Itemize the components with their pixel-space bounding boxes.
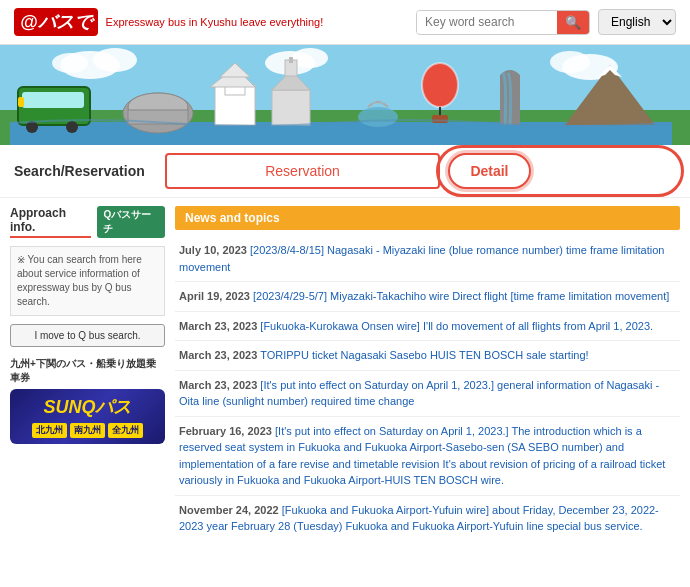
search-input[interactable] — [417, 11, 557, 33]
svg-point-13 — [66, 121, 78, 133]
sidebar-description: ※ You can search from here about service… — [10, 246, 165, 316]
tab-detail[interactable]: Detail — [448, 153, 530, 189]
sunq-banner[interactable]: SUNQパス 北九州 南九州 全九州 — [10, 389, 165, 444]
sidebar: Approach info. Qバスサーチ ※ You can search f… — [10, 206, 165, 541]
news-item[interactable]: March 23, 2023 TORIPPU ticket Nagasaki S… — [175, 341, 680, 371]
svg-rect-11 — [22, 92, 84, 108]
logo-tagline: Expressway bus in Kyushu leave everythin… — [106, 16, 324, 28]
language-select[interactable]: English 日本語 — [598, 9, 676, 35]
news-date: March 23, 2023 — [179, 379, 257, 391]
sunq-tag-zen: 全九州 — [108, 423, 143, 438]
approach-label: Approach info. — [10, 206, 91, 238]
news-text: [2023/4/29-5/7] Miyazaki-Takachiho wire … — [253, 290, 669, 302]
news-date: April 19, 2023 — [179, 290, 250, 302]
news-list: July 10, 2023 [2023/8/4-8/15] Nagasaki -… — [175, 236, 680, 541]
sunq-title: 九州+下関のバス・船乗り放題乗車券 — [10, 357, 165, 385]
svg-rect-23 — [272, 90, 310, 125]
news-text: [2023/8/4-8/15] Nagasaki - Miyazaki line… — [179, 244, 664, 273]
news-text: [Fukuoka-Kurokawa Onsen wire] I'll do mo… — [260, 320, 653, 332]
q-bus-button[interactable]: I move to Q bus search. — [10, 324, 165, 347]
sunq-section: 九州+下関のバス・船乗り放題乗車券 SUNQパス 北九州 南九州 全九州 — [10, 357, 165, 444]
svg-point-3 — [52, 53, 88, 73]
header: @バスで Expressway bus in Kyushu leave ever… — [0, 0, 690, 45]
logo-area: @バスで Expressway bus in Kyushu leave ever… — [14, 8, 323, 36]
sunq-tag-kita: 北九州 — [32, 423, 67, 438]
tab-reservation[interactable]: Reservation — [165, 153, 441, 189]
news-date: March 23, 2023 — [179, 349, 257, 361]
news-item[interactable]: March 23, 2023 [It's put into effect on … — [175, 371, 680, 417]
svg-point-27 — [358, 107, 398, 127]
news-text: TORIPPU ticket Nagasaki Sasebo HUIS TEN … — [260, 349, 589, 361]
news-item[interactable]: November 24, 2022 [Fukuoka and Fukuoka A… — [175, 496, 680, 541]
news-date: February 16, 2023 — [179, 425, 272, 437]
news-item[interactable]: April 19, 2023 [2023/4/29-5/7] Miyazaki-… — [175, 282, 680, 312]
logo-icon: @バスで — [14, 8, 98, 36]
header-right: 🔍 English 日本語 — [416, 9, 676, 35]
news-date: November 24, 2022 — [179, 504, 279, 516]
news-date: March 23, 2023 — [179, 320, 257, 332]
news-header: News and topics — [175, 206, 680, 230]
main-content: Approach info. Qバスサーチ ※ You can search f… — [0, 198, 690, 549]
nav-tabs: Search/Reservation Reservation Detail — [0, 145, 690, 198]
detail-tab-wrap: Detail — [444, 153, 676, 189]
news-item[interactable]: July 10, 2023 [2023/8/4-8/15] Nagasaki -… — [175, 236, 680, 282]
news-date: July 10, 2023 — [179, 244, 247, 256]
svg-rect-26 — [289, 57, 293, 63]
nav-label: Search/Reservation — [14, 163, 145, 179]
search-button[interactable]: 🔍 — [557, 11, 589, 34]
news-area: News and topics July 10, 2023 [2023/8/4-… — [175, 206, 680, 541]
svg-point-7 — [550, 51, 590, 73]
sunq-logo: SUNQパス — [16, 395, 159, 419]
news-item[interactable]: February 16, 2023 [It's put into effect … — [175, 417, 680, 496]
svg-point-2 — [93, 48, 137, 72]
q-bus-badge[interactable]: Qバスサーチ — [97, 206, 165, 238]
sunq-tags: 北九州 南九州 全九州 — [16, 423, 159, 438]
banner-svg — [10, 45, 672, 145]
sunq-tag-minami: 南九州 — [70, 423, 105, 438]
news-item[interactable]: March 23, 2023 [Fukuoka-Kurokawa Onsen w… — [175, 312, 680, 342]
svg-rect-31 — [432, 115, 448, 123]
svg-rect-14 — [18, 97, 24, 107]
search-box: 🔍 — [416, 10, 590, 35]
approach-info: Approach info. Qバスサーチ — [10, 206, 165, 238]
banner — [0, 45, 690, 145]
